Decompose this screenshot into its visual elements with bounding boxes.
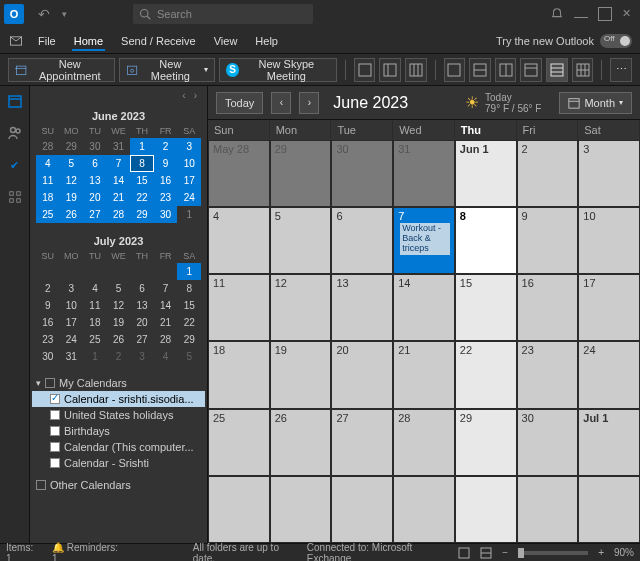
minical-day[interactable]: 22 [130, 189, 154, 206]
minical-day[interactable]: 3 [177, 138, 201, 155]
minical-day[interactable]: 29 [60, 138, 84, 155]
calendar-cell[interactable]: 2 [517, 140, 579, 207]
calendar-cell[interactable]: 9 [517, 207, 579, 274]
calendar-cell[interactable]: 30 [331, 140, 393, 207]
new-skype-meeting-button[interactable]: S New Skype Meeting [219, 58, 336, 82]
minical-day[interactable]: 7 [154, 280, 178, 297]
layout-3-button[interactable] [495, 58, 517, 82]
calendar-cell[interactable]: 24 [578, 341, 640, 408]
checkbox[interactable] [50, 394, 60, 404]
calendar-cell[interactable]: 7Workout - Back & triceps [393, 207, 455, 274]
calendar-cell[interactable]: 31 [393, 140, 455, 207]
work-week-view-button[interactable] [379, 58, 401, 82]
minical-day[interactable]: 18 [83, 314, 107, 331]
checkbox[interactable] [45, 378, 55, 388]
schedule-layout-button[interactable] [572, 58, 594, 82]
redo-dropdown-icon[interactable]: ▾ [56, 9, 73, 19]
minical-day[interactable]: 31 [60, 348, 84, 365]
calendar-cell[interactable]: 22 [455, 341, 517, 408]
view-selector[interactable]: Month ▾ [559, 92, 632, 114]
minical-day[interactable]: 1 [177, 263, 201, 280]
search-input[interactable]: Search [133, 4, 313, 24]
minical-day[interactable]: 28 [154, 331, 178, 348]
calendar-cell[interactable]: 14 [393, 274, 455, 341]
next-month-button[interactable]: › [299, 92, 319, 114]
minical-day[interactable]: 22 [177, 314, 201, 331]
zoom-plus[interactable]: + [598, 547, 604, 558]
minical-day[interactable]: 29 [177, 331, 201, 348]
minical-day[interactable]: 19 [60, 189, 84, 206]
minical-day[interactable]: 4 [83, 280, 107, 297]
minical-day[interactable]: 13 [83, 172, 107, 189]
minical-day[interactable]: 14 [154, 297, 178, 314]
nav-tasks-icon[interactable]: ✔ [6, 156, 24, 174]
calendar-cell[interactable] [393, 476, 455, 543]
view-mode-2-icon[interactable] [480, 547, 492, 559]
nav-people-icon[interactable] [6, 124, 24, 142]
calendar-cell[interactable]: 17 [578, 274, 640, 341]
minical-day[interactable]: 6 [83, 155, 107, 172]
prev-month-button[interactable]: ‹ [271, 92, 291, 114]
minical-day[interactable]: 26 [107, 331, 131, 348]
layout-2-button[interactable] [469, 58, 491, 82]
minical-day[interactable]: 26 [60, 206, 84, 223]
minical-day[interactable]: 16 [154, 172, 178, 189]
try-new-toggle[interactable]: Off [600, 34, 632, 48]
calendar-cell[interactable]: 5 [270, 207, 332, 274]
weather-widget[interactable]: ☀ Today 79° F / 56° F [465, 92, 541, 114]
minical-day[interactable]: 24 [60, 331, 84, 348]
undo-icon[interactable]: ↶ [32, 6, 56, 22]
calendar-cell[interactable]: 27 [331, 409, 393, 476]
view-mode-1-icon[interactable] [458, 547, 470, 559]
minical-day[interactable]: 11 [83, 297, 107, 314]
week-view-button[interactable] [405, 58, 427, 82]
minical-day[interactable]: 25 [36, 206, 60, 223]
mail-icon[interactable] [10, 35, 22, 47]
bell-icon[interactable] [550, 7, 564, 21]
zoom-minus[interactable]: − [502, 547, 508, 558]
calendar-cell[interactable]: 3 [578, 140, 640, 207]
minical-day[interactable] [60, 263, 84, 280]
calendar-cell[interactable]: 25 [208, 409, 270, 476]
minical-day[interactable]: 4 [36, 155, 60, 172]
status-reminders[interactable]: 🔔 Reminders: 1 [52, 542, 119, 562]
calendar-cell[interactable]: 23 [517, 341, 579, 408]
minical-day[interactable]: 5 [177, 348, 201, 365]
minical-day[interactable]: 9 [154, 155, 178, 172]
minical-day[interactable]: 8 [130, 155, 154, 172]
minical-day[interactable]: 14 [107, 172, 131, 189]
calendar-cell[interactable]: 21 [393, 341, 455, 408]
today-button[interactable]: Today [216, 92, 263, 114]
menu-file[interactable]: File [36, 31, 58, 51]
calendar-cell[interactable] [208, 476, 270, 543]
minical-day[interactable]: 10 [177, 155, 201, 172]
minical-day[interactable]: 9 [36, 297, 60, 314]
minical-day[interactable]: 28 [36, 138, 60, 155]
calendar-cell[interactable]: 15 [455, 274, 517, 341]
minical-day[interactable]: 3 [130, 348, 154, 365]
calendar-cell[interactable]: 12 [270, 274, 332, 341]
zoom-slider[interactable] [518, 551, 588, 555]
calendar-event[interactable]: Workout - Back & triceps [398, 223, 450, 255]
minical-day[interactable]: 6 [130, 280, 154, 297]
minical-next-button[interactable]: › [194, 90, 197, 101]
minical-day[interactable]: 5 [107, 280, 131, 297]
minical-day[interactable]: 28 [107, 206, 131, 223]
minical-day[interactable]: 31 [107, 138, 131, 155]
calendar-tree-item[interactable]: Calendar (This computer... [32, 439, 205, 455]
minical-day[interactable]: 30 [154, 206, 178, 223]
minical-day[interactable]: 20 [130, 314, 154, 331]
calendar-cell[interactable]: 8 [455, 207, 517, 274]
minical-day[interactable]: 5 [60, 155, 84, 172]
maximize-icon[interactable] [598, 7, 612, 21]
day-view-button[interactable] [354, 58, 376, 82]
checkbox[interactable] [36, 480, 46, 490]
calendar-cell[interactable]: 4 [208, 207, 270, 274]
calendar-cell[interactable] [331, 476, 393, 543]
menu-home[interactable]: Home [72, 31, 105, 51]
minical-day[interactable]: 11 [36, 172, 60, 189]
minical-day[interactable]: 16 [36, 314, 60, 331]
minical-day[interactable]: 4 [154, 348, 178, 365]
minical-day[interactable]: 15 [177, 297, 201, 314]
minical-day[interactable]: 21 [107, 189, 131, 206]
